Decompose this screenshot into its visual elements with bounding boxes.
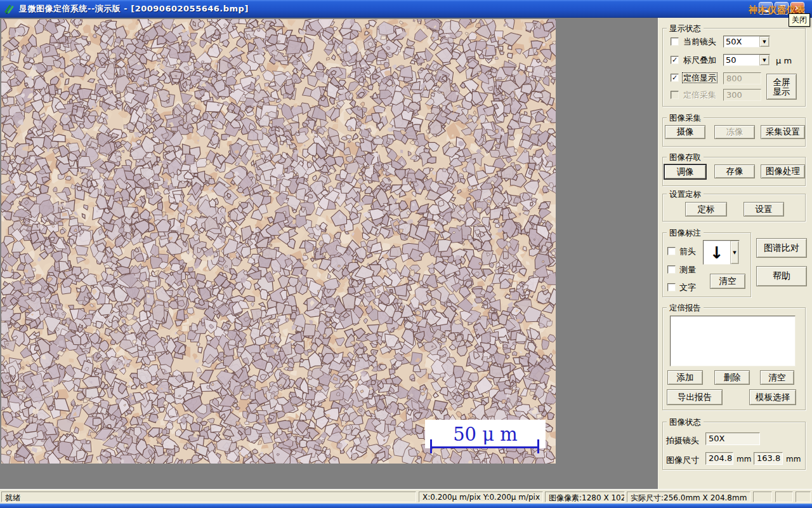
close-button[interactable]: ✕ (790, 2, 804, 15)
label-current-lens: 当前镜头 (683, 37, 716, 46)
image-height-field: 163.8 (754, 452, 783, 465)
label-lens: 拍摄镜头 (666, 435, 699, 446)
group-title: 定倍报告 (667, 302, 704, 313)
lens-value-field: 50X (705, 432, 760, 445)
checkbox-measure[interactable] (667, 265, 676, 274)
label-measure: 测量 (679, 265, 696, 274)
label-image-size: 图像尺寸 (666, 455, 699, 466)
restore-icon (778, 5, 785, 11)
chevron-down-icon[interactable]: ▼ (730, 241, 739, 264)
checkbox-fixed-display[interactable]: ✓ (671, 74, 679, 82)
combo-current-lens[interactable]: 50X ▼ (723, 36, 770, 48)
scale-bar-tick-right (537, 439, 539, 453)
height-unit-label: mm (786, 455, 801, 464)
checkbox-ruler-overlay[interactable]: ✓ (671, 56, 679, 64)
chevron-down-icon[interactable]: ▼ (759, 55, 769, 65)
annotation-clear-button[interactable]: 清空 (710, 274, 745, 289)
freeze-button: 冻像 (714, 125, 755, 139)
application-window: 显微图像定倍系统--演示版 - [20090602055646.bmp] ✕ 神… (0, 0, 812, 508)
export-report-button[interactable]: 导出报告 (667, 389, 723, 405)
label-fixed-capture: 定倍采集 (683, 90, 716, 100)
fullscreen-line1: 全屏 (773, 77, 790, 87)
fullscreen-button[interactable]: 全屏显示 (766, 74, 797, 100)
status-bar: 就绪 X:0.200μ m/pix Y:0.200μ m/pix 图像像素:12… (0, 489, 812, 504)
chevron-down-icon[interactable]: ▼ (759, 36, 769, 47)
input-fixed-display: 800 (723, 72, 761, 84)
calibrate-button[interactable]: 定标 (685, 202, 727, 217)
image-process-button[interactable]: 图像处理 (761, 164, 805, 178)
ruler-unit-label: μ m (776, 56, 792, 65)
app-icon (4, 3, 15, 15)
close-tooltip: 关闭 (789, 13, 810, 27)
checkbox-arrow[interactable] (667, 247, 676, 255)
status-ready: 就绪 (1, 491, 416, 502)
acquisition-settings-button[interactable]: 采集设置 (761, 125, 805, 139)
label-text: 文字 (679, 283, 696, 292)
group-title: 图像存取 (667, 152, 704, 163)
report-clear-button[interactable]: 清空 (760, 370, 794, 385)
micrograph-image[interactable] (1, 19, 556, 464)
status-actual-size: 实际尺寸:256.0mm X 204.8mm (627, 491, 750, 502)
scale-bar-tick-left (430, 439, 432, 453)
combo-current-lens-value: 50X (724, 36, 759, 47)
minimize-icon (763, 10, 769, 12)
atlas-compare-button[interactable]: 图谱比对 (756, 238, 807, 258)
scale-bar-line (431, 446, 539, 448)
close-icon: ✕ (794, 4, 801, 12)
group-title: 图像状态 (667, 417, 704, 427)
combo-ruler-value-text: 50 (724, 55, 759, 65)
capture-button[interactable]: 摄像 (665, 125, 705, 139)
restore-button[interactable] (775, 2, 789, 15)
load-image-button[interactable]: 调像 (664, 164, 707, 180)
status-image-pixels: 图像像素:1280 X 1024 (545, 491, 625, 502)
width-unit-label: mm (737, 455, 751, 464)
template-select-button[interactable]: 模板选择 (749, 389, 796, 405)
label-arrow: 箭头 (679, 246, 696, 256)
input-fixed-capture: 300 (723, 89, 761, 101)
report-add-button[interactable]: 添加 (667, 370, 703, 385)
scale-bar: 50 μ m (425, 420, 546, 448)
checkbox-text[interactable] (667, 283, 676, 291)
label-fixed-display: 定倍显示 (683, 73, 717, 83)
calibration-setup-button[interactable]: 设置 (743, 202, 784, 217)
arrow-style-combo[interactable]: ↓ ▼ (703, 240, 740, 265)
status-empty-panel (796, 491, 811, 502)
group-title: 设置定标 (667, 189, 704, 199)
window-bottom-border (0, 504, 812, 508)
down-arrow-icon: ↓ (704, 241, 730, 264)
fullscreen-line2: 显示 (773, 87, 790, 97)
scale-bar-label: 50 μ m (453, 424, 518, 445)
group-title: 图像采集 (667, 112, 704, 123)
minimize-button[interactable] (759, 2, 773, 15)
group-title: 显示状态 (667, 23, 704, 34)
label-ruler-overlay: 标尺叠加 (683, 55, 716, 65)
title-bar[interactable]: 显微图像定倍系统--演示版 - [20090602055646.bmp] (0, 0, 812, 18)
group-title: 图像标注 (667, 227, 704, 238)
group-calibration: 设置定标 (662, 194, 806, 222)
image-width-field: 204.8 (705, 452, 733, 465)
help-button[interactable]: 帮助 (756, 266, 807, 286)
report-delete-button[interactable]: 删除 (714, 370, 750, 385)
status-pixel-scale: X:0.200μ m/pix Y:0.200μ m/pix (419, 491, 543, 502)
checkbox-current-lens[interactable] (671, 37, 679, 46)
checkbox-fixed-capture (671, 91, 679, 99)
combo-ruler-value[interactable]: 50 ▼ (723, 54, 770, 66)
status-empty-panel (753, 491, 772, 502)
window-title: 显微图像定倍系统--演示版 - [20090602055646.bmp] (19, 3, 249, 15)
save-image-button[interactable]: 存像 (714, 164, 755, 178)
report-list[interactable] (670, 316, 796, 366)
status-empty-panel (775, 491, 793, 502)
